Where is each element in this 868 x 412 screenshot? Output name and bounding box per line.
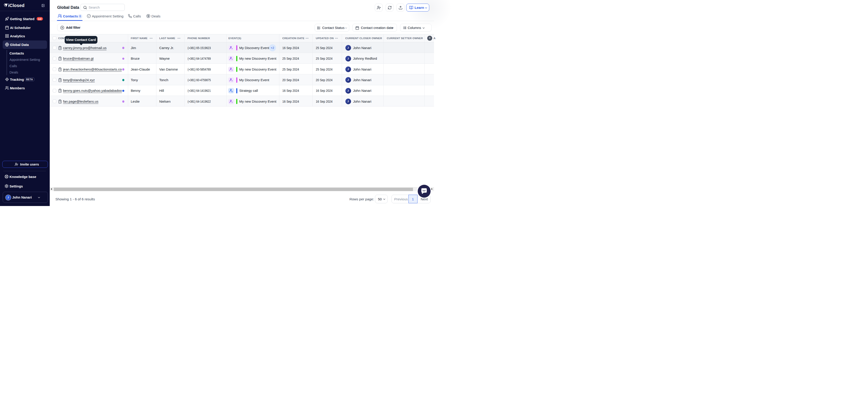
svg-text:$: $	[231, 90, 232, 92]
svg-text:?: ?	[231, 58, 232, 60]
svg-text:?: ?	[231, 101, 232, 104]
svg-text:?: ?	[231, 80, 232, 82]
svg-text:?: ?	[231, 69, 232, 71]
svg-text:?: ?	[231, 48, 232, 50]
